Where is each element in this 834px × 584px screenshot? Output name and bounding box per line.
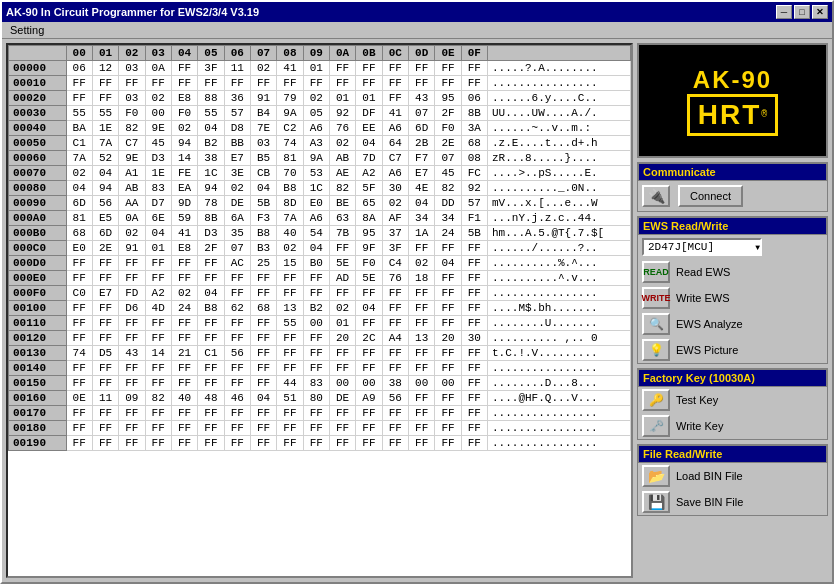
hex-byte[interactable]: 2F bbox=[435, 106, 461, 121]
hex-byte[interactable]: FF bbox=[408, 346, 434, 361]
hex-byte[interactable]: D3 bbox=[198, 226, 224, 241]
hex-byte[interactable]: 20 bbox=[329, 331, 355, 346]
hex-byte[interactable]: FC bbox=[461, 166, 487, 181]
hex-byte[interactable]: FF bbox=[92, 406, 118, 421]
hex-byte[interactable]: FF bbox=[382, 346, 408, 361]
hex-byte[interactable]: 74 bbox=[277, 136, 303, 151]
hex-byte[interactable]: A6 bbox=[382, 166, 408, 181]
hex-byte[interactable]: 05 bbox=[303, 106, 329, 121]
hex-byte[interactable]: 91 bbox=[250, 91, 276, 106]
hex-byte[interactable]: 6E bbox=[145, 211, 171, 226]
save-bin-button[interactable]: 💾 Save BIN File bbox=[638, 489, 827, 515]
hex-byte[interactable]: 04 bbox=[198, 121, 224, 136]
hex-byte[interactable]: 11 bbox=[92, 391, 118, 406]
hex-byte[interactable]: 7E bbox=[250, 121, 276, 136]
hex-byte[interactable]: 02 bbox=[145, 91, 171, 106]
hex-byte[interactable]: 04 bbox=[303, 241, 329, 256]
hex-byte[interactable]: CB bbox=[250, 166, 276, 181]
hex-byte[interactable]: FF bbox=[461, 316, 487, 331]
hex-byte[interactable]: B8 bbox=[277, 181, 303, 196]
hex-byte[interactable]: 07 bbox=[408, 106, 434, 121]
hex-byte[interactable]: 2B bbox=[408, 136, 434, 151]
hex-byte[interactable]: FF bbox=[435, 286, 461, 301]
hex-byte[interactable]: 18 bbox=[408, 271, 434, 286]
hex-byte[interactable]: 55 bbox=[198, 106, 224, 121]
hex-byte[interactable]: F0 bbox=[435, 121, 461, 136]
hex-byte[interactable]: 8A bbox=[356, 211, 382, 226]
hex-byte[interactable]: FF bbox=[224, 361, 250, 376]
hex-byte[interactable]: 2F bbox=[198, 241, 224, 256]
hex-byte[interactable]: FF bbox=[435, 271, 461, 286]
hex-byte[interactable]: FF bbox=[461, 61, 487, 76]
hex-byte[interactable]: FF bbox=[277, 406, 303, 421]
hex-byte[interactable]: FF bbox=[66, 301, 92, 316]
hex-byte[interactable]: FF bbox=[461, 376, 487, 391]
hex-byte[interactable]: FF bbox=[435, 241, 461, 256]
hex-byte[interactable]: 9A bbox=[303, 151, 329, 166]
hex-byte[interactable]: FF bbox=[303, 331, 329, 346]
hex-byte[interactable]: FF bbox=[66, 436, 92, 451]
hex-byte[interactable]: FF bbox=[435, 61, 461, 76]
hex-byte[interactable]: FF bbox=[224, 406, 250, 421]
hex-byte[interactable]: FF bbox=[66, 361, 92, 376]
hex-byte[interactable]: FF bbox=[461, 301, 487, 316]
hex-byte[interactable]: FF bbox=[277, 346, 303, 361]
hex-byte[interactable]: B3 bbox=[250, 241, 276, 256]
hex-byte[interactable]: 04 bbox=[356, 301, 382, 316]
hex-byte[interactable]: 64 bbox=[382, 136, 408, 151]
hex-byte[interactable]: FF bbox=[461, 421, 487, 436]
hex-byte[interactable]: B2 bbox=[303, 301, 329, 316]
hex-byte[interactable]: FD bbox=[119, 286, 145, 301]
hex-byte[interactable]: FF bbox=[224, 76, 250, 91]
hex-byte[interactable]: 04 bbox=[92, 166, 118, 181]
hex-byte[interactable]: 14 bbox=[171, 151, 197, 166]
hex-byte[interactable]: AE bbox=[329, 166, 355, 181]
hex-byte[interactable]: 4E bbox=[408, 181, 434, 196]
hex-byte[interactable]: FF bbox=[382, 301, 408, 316]
hex-byte[interactable]: 53 bbox=[303, 166, 329, 181]
hex-scroll-area[interactable]: 00 01 02 03 04 05 06 07 08 09 0A 0B bbox=[8, 45, 631, 576]
hex-byte[interactable]: FF bbox=[224, 421, 250, 436]
hex-byte[interactable]: D8 bbox=[224, 121, 250, 136]
hex-byte[interactable]: 65 bbox=[356, 196, 382, 211]
hex-byte[interactable]: FF bbox=[303, 361, 329, 376]
hex-byte[interactable]: FF bbox=[435, 406, 461, 421]
hex-byte[interactable]: FF bbox=[329, 76, 355, 91]
hex-byte[interactable]: 02 bbox=[277, 241, 303, 256]
hex-byte[interactable]: FF bbox=[356, 406, 382, 421]
hex-byte[interactable]: FF bbox=[408, 301, 434, 316]
hex-byte[interactable]: FF bbox=[303, 421, 329, 436]
hex-byte[interactable]: 02 bbox=[408, 256, 434, 271]
hex-byte[interactable]: 24 bbox=[171, 301, 197, 316]
hex-byte[interactable]: FF bbox=[250, 361, 276, 376]
hex-byte[interactable]: AF bbox=[382, 211, 408, 226]
hex-byte[interactable]: 45 bbox=[145, 136, 171, 151]
hex-byte[interactable]: FF bbox=[250, 376, 276, 391]
hex-byte[interactable]: FE bbox=[171, 166, 197, 181]
hex-byte[interactable]: FF bbox=[250, 436, 276, 451]
hex-byte[interactable]: 2E bbox=[92, 241, 118, 256]
hex-byte[interactable]: FF bbox=[171, 76, 197, 91]
hex-byte[interactable]: 03 bbox=[250, 136, 276, 151]
hex-byte[interactable]: 8B bbox=[198, 211, 224, 226]
hex-byte[interactable]: 43 bbox=[408, 91, 434, 106]
hex-byte[interactable]: FF bbox=[119, 361, 145, 376]
hex-byte[interactable]: 04 bbox=[435, 256, 461, 271]
hex-byte[interactable]: FF bbox=[382, 91, 408, 106]
hex-byte[interactable]: FF bbox=[171, 361, 197, 376]
hex-byte[interactable]: BE bbox=[329, 196, 355, 211]
hex-byte[interactable]: FF bbox=[224, 436, 250, 451]
hex-byte[interactable]: 80 bbox=[303, 391, 329, 406]
hex-byte[interactable]: A1 bbox=[119, 166, 145, 181]
hex-byte[interactable]: 79 bbox=[277, 91, 303, 106]
hex-byte[interactable]: FF bbox=[92, 421, 118, 436]
hex-byte[interactable]: 02 bbox=[303, 91, 329, 106]
hex-byte[interactable]: F1 bbox=[461, 211, 487, 226]
hex-byte[interactable]: 7A bbox=[277, 211, 303, 226]
hex-byte[interactable]: B8 bbox=[250, 226, 276, 241]
hex-byte[interactable]: 04 bbox=[408, 196, 434, 211]
ews-dropdown[interactable]: 2D47J[MCU] bbox=[642, 238, 762, 256]
hex-byte[interactable]: FF bbox=[356, 286, 382, 301]
hex-byte[interactable]: F0 bbox=[356, 256, 382, 271]
hex-byte[interactable]: 36 bbox=[224, 91, 250, 106]
